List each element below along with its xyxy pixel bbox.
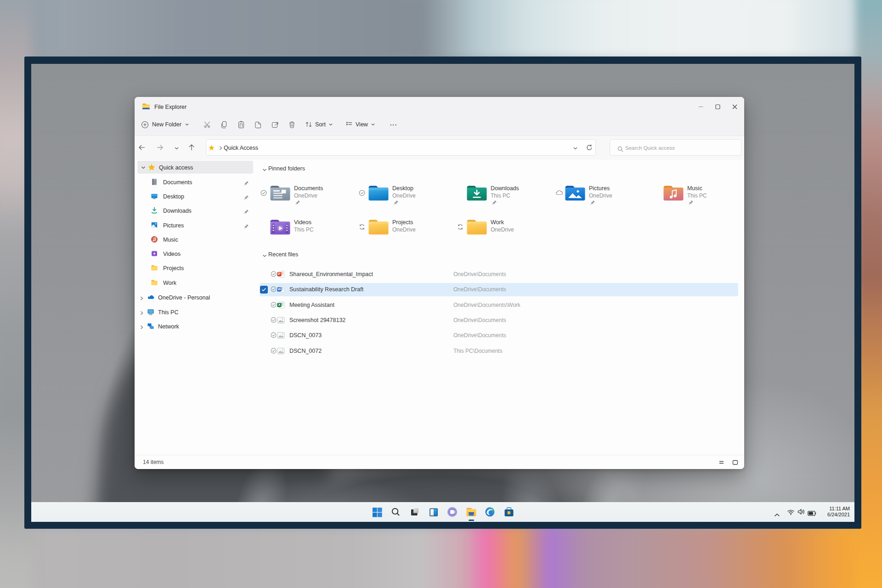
svg-text:W: W [277, 287, 281, 291]
svg-text:P: P [278, 272, 280, 276]
svg-text:X: X [278, 303, 280, 307]
